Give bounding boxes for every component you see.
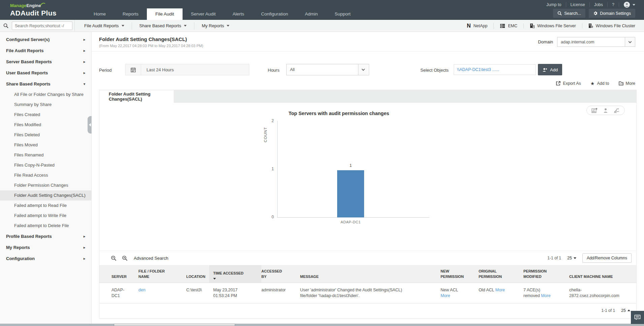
advanced-search-label[interactable]: Advanced Search	[134, 256, 168, 261]
sidebar-item-failed-attempt-write[interactable]: Failed attempt to Write File	[0, 211, 91, 221]
nav-admin[interactable]: Admin	[296, 8, 326, 20]
file-cluster-icon	[588, 23, 593, 28]
sidebar-item-all-file-or-folder-changes[interactable]: All File or Folder Changes by Share	[0, 89, 91, 100]
chart-toolbar	[586, 106, 625, 115]
main-content: Folder Audit Setting Changes(SACL) (From…	[92, 32, 644, 326]
sidebar-item-files-created[interactable]: Files Created	[0, 110, 91, 120]
help-icon[interactable]: ?	[608, 2, 619, 7]
add-remove-columns-button[interactable]: Add/Remove Columns	[582, 253, 632, 263]
chart-area: Top Servers with audit permission change…	[99, 103, 636, 251]
nav-file-audit[interactable]: File Audit	[147, 8, 183, 20]
jump-to-link[interactable]: Jump to	[542, 2, 566, 7]
more-icon	[619, 81, 623, 85]
col-new-permission[interactable]: NEW PERMISSION	[441, 265, 479, 283]
nav-home[interactable]: Home	[85, 8, 114, 20]
vendor-emc[interactable]: EMC	[494, 24, 524, 28]
global-search-button[interactable]: Search...	[553, 9, 585, 18]
col-message[interactable]: MESSAGE	[300, 265, 441, 283]
select-objects-label: Select Objects	[420, 68, 449, 73]
page-size-select-bottom[interactable]: 25	[621, 308, 630, 313]
chat-button[interactable]	[631, 311, 644, 324]
col-accessed-by[interactable]: ACCESSED BY	[261, 265, 300, 283]
nav-alerts[interactable]: Alerts	[224, 8, 253, 20]
page-size-select[interactable]: 25	[567, 256, 576, 260]
col-file-folder-name[interactable]: FILE / FOLDER NAME	[138, 265, 186, 283]
file-folder-link[interactable]: den	[138, 288, 146, 292]
report-search-input[interactable]	[12, 22, 72, 30]
menu-my-reports[interactable]: My Reports	[194, 22, 237, 30]
chart-user-icon[interactable]	[603, 108, 608, 113]
license-link[interactable]: License	[566, 2, 590, 7]
bar-adap-dc1[interactable]	[337, 170, 364, 217]
original-permission-more-link[interactable]: More	[495, 288, 505, 292]
hours-select[interactable]: All	[286, 64, 369, 75]
calendar-icon	[126, 64, 141, 75]
menu-file-audit-reports[interactable]: File Audit Reports	[77, 22, 132, 30]
vendor-windows-file-server[interactable]: Windows File Server	[524, 23, 582, 28]
sidebar-item-failed-attempt-delete[interactable]: Failed attempt to Delete File	[0, 221, 91, 231]
chevron-down-icon: ▾	[84, 82, 85, 86]
panel-tab-strip: Folder Audit Setting Changes(SACL)	[99, 90, 636, 103]
sidebar-item-folder-permission-changes[interactable]: Folder Permission Changes	[0, 180, 91, 190]
domain-settings-button[interactable]: Domain Settings	[589, 9, 635, 18]
export-icon	[556, 81, 560, 86]
col-time-accessed[interactable]: TIME ACCESSED	[209, 265, 261, 283]
jobs-link[interactable]: Jobs	[590, 2, 608, 7]
chart-refresh-icon[interactable]	[614, 108, 620, 113]
caret-up-icon	[627, 310, 630, 311]
caret-down-icon	[184, 25, 187, 27]
domain-select[interactable]: adap.internal.com	[557, 37, 635, 47]
chart-add-icon[interactable]	[591, 108, 598, 113]
sidebar-item-folder-audit-setting-changes[interactable]: Folder Audit Setting Changes(SACL)	[0, 190, 91, 201]
add-object-button[interactable]: Add	[538, 64, 562, 75]
more-button[interactable]: More	[619, 81, 635, 86]
vendor-netapp[interactable]: NNetApp	[461, 23, 494, 29]
nav-configuration[interactable]: Configuration	[253, 8, 296, 20]
col-original-permission[interactable]: ORIGINAL PERMISSION	[479, 265, 523, 283]
sidebar-item-files-copy-n-pasted[interactable]: Files Copy-N-Pasted	[0, 160, 91, 170]
sidebar-item-share-based-reports[interactable]: Share Based Reports▾	[0, 78, 91, 89]
search-icon[interactable]	[3, 23, 8, 28]
nav-server-audit[interactable]: Server Audit	[183, 8, 224, 20]
vendor-windows-file-cluster[interactable]: Windows File Cluster	[582, 23, 635, 28]
add-to-button[interactable]: ★ Add to	[590, 81, 609, 86]
add-button-label: Add	[550, 67, 558, 72]
nav-reports[interactable]: Reports	[114, 8, 147, 20]
nav-support[interactable]: Support	[326, 8, 359, 20]
sidebar-item-profile-based-reports[interactable]: Profile Based Reports▸	[0, 231, 91, 242]
horizontal-scrollbar[interactable]	[0, 324, 644, 326]
sidebar-item-files-renamed[interactable]: Files Renamed	[0, 150, 91, 160]
col-permission-modified[interactable]: PERMISSION MODIFIED	[523, 265, 569, 283]
sidebar-item-user-based-reports[interactable]: User Based Reports▸	[0, 67, 91, 78]
caret-down-icon	[122, 25, 124, 27]
col-client-machine-name[interactable]: CLIENT MACHINE NAME	[569, 265, 625, 283]
table-toolbar: Advanced Search 1-1 of 1 25 Add/Remove C…	[99, 251, 636, 265]
chart-title: Top Servers with audit permission change…	[99, 111, 578, 116]
sidebar-item-server-based-reports[interactable]: Server Based Reports▸	[0, 56, 91, 67]
export-as-button[interactable]: Export As	[556, 81, 581, 86]
sidebar-item-files-deleted[interactable]: Files Deleted	[0, 130, 91, 140]
scrollbar-thumb[interactable]	[114, 324, 235, 326]
user-menu[interactable]	[619, 1, 635, 8]
menu-share-based-reports[interactable]: Share Based Reports	[132, 22, 194, 30]
sidebar-item-file-read-access[interactable]: File Read Access	[0, 170, 91, 180]
col-server[interactable]: SERVER	[111, 265, 138, 283]
column-search-icon[interactable]	[111, 255, 117, 261]
advanced-search-icon[interactable]	[122, 255, 128, 261]
sidebar-item-configuration[interactable]: Configuration▸	[0, 253, 91, 264]
new-permission-more-link[interactable]: More	[441, 293, 450, 298]
sidebar-item-configured-servers[interactable]: Configured Server(s)▸	[0, 34, 91, 45]
period-picker[interactable]: Last 24 Hours	[125, 64, 249, 75]
chevron-right-icon: ▸	[84, 49, 85, 52]
sidebar-item-files-modified[interactable]: Files Modified	[0, 120, 91, 130]
sidebar-item-failed-attempt-read[interactable]: Failed attempt to Read File	[0, 201, 91, 211]
domain-value: adap.internal.com	[557, 37, 625, 46]
sidebar-item-my-reports[interactable]: My Reports▸	[0, 242, 91, 253]
sidebar-item-files-moved[interactable]: Files Moved	[0, 140, 91, 150]
gear-icon	[593, 11, 598, 15]
select-objects-input[interactable]	[454, 64, 536, 75]
sidebar-item-summary-by-share[interactable]: Summary by Share	[0, 100, 91, 110]
sidebar-item-file-audit-reports[interactable]: File Audit Reports▸	[0, 45, 91, 56]
permission-modified-more-link[interactable]: More	[541, 293, 550, 298]
tab-folder-audit-setting-changes[interactable]: Folder Audit Setting Changes(SACL)	[99, 90, 174, 103]
